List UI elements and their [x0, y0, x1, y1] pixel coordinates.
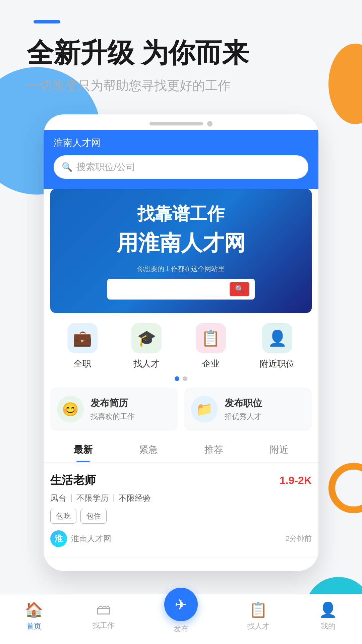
nav-label-home: 首页	[26, 621, 41, 631]
nav-label-publish: 发布	[174, 624, 188, 634]
job-company: 淮 淮南人才网	[50, 530, 111, 547]
nav-item-publish[interactable]: ✈ 发布	[164, 601, 198, 634]
action-card-job-info: 发布职位 招优秀人才	[225, 397, 262, 422]
app-header-title: 淮南人才网	[54, 137, 308, 149]
category-icon-talent: 🎓	[131, 323, 162, 353]
action-card-job-icon: 📁	[191, 396, 218, 423]
company-logo: 淮	[50, 530, 67, 547]
category-icon-fulltime: 💼	[67, 323, 98, 353]
tabs-row: 最新 紧急 推荐 附近	[44, 437, 318, 463]
action-cards: 😊 发布简历 找喜欢的工作 📁 发布职位 招优秀人才	[44, 388, 318, 437]
category-label-enterprise: 企业	[202, 358, 220, 370]
category-icon-enterprise: 📋	[196, 323, 226, 353]
job-education: 不限学历	[76, 493, 109, 503]
category-item-talent[interactable]: 🎓 找人才	[131, 323, 162, 370]
category-label-talent: 找人才	[133, 358, 160, 370]
category-item-enterprise[interactable]: 📋 企业	[196, 323, 226, 370]
nav-item-home[interactable]: 🏠 首页	[25, 601, 43, 634]
job-footer: 淮 淮南人才网 2分钟前	[50, 530, 312, 547]
job-salary: 1.9-2K	[280, 474, 312, 487]
bg-decoration-orange-ring	[328, 463, 362, 513]
tab-recommend[interactable]: 推荐	[181, 437, 246, 462]
category-item-fulltime[interactable]: 💼 全职	[67, 323, 98, 370]
job-card-header: 生活老师 1.9-2K	[50, 473, 312, 488]
nav-item-profile[interactable]: 👤 我的	[319, 601, 337, 634]
banner-sub: 你想要的工作都在这个网站里	[60, 264, 302, 273]
category-row: 💼 全职 🎓 找人才 📋 企业 👤 附近职位	[44, 313, 318, 373]
action-card-job-sub: 招优秀人才	[225, 412, 262, 422]
action-card-resume[interactable]: 😊 发布简历 找喜欢的工作	[50, 388, 178, 431]
carousel-dots	[44, 376, 318, 381]
banner-line1: 找靠谱工作	[60, 202, 302, 226]
job-tags: 凤台 | 不限学历 | 不限经验	[50, 493, 312, 503]
publish-icon: ✈	[175, 596, 187, 613]
nav-item-talent[interactable]: 📋 找人才	[247, 601, 269, 634]
nav-label-jobs: 找工作	[93, 621, 115, 631]
job-badge-meal: 包吃	[50, 509, 76, 524]
tab-urgent[interactable]: 紧急	[116, 437, 181, 462]
action-card-resume-title: 发布简历	[90, 397, 135, 410]
hero-section: 全新升级 为你而来 一切改变只为帮助您寻找更好的工作	[0, 23, 362, 94]
category-item-nearby[interactable]: 👤 附近职位	[260, 323, 295, 370]
top-bar-line	[34, 20, 60, 23]
job-badge-housing: 包住	[80, 509, 107, 524]
job-card[interactable]: 生活老师 1.9-2K 凤台 | 不限学历 | 不限经验 包吃 包住 淮 淮南人…	[44, 463, 318, 557]
action-card-job[interactable]: 📁 发布职位 招优秀人才	[184, 388, 312, 431]
category-label-nearby: 附近职位	[260, 358, 295, 370]
banner-search-bar[interactable]: 🔍	[107, 279, 255, 300]
hero-title: 全新升级 为你而来	[27, 37, 335, 69]
job-experience: 不限经验	[119, 493, 151, 503]
banner: 找靠谱工作 用淮南人才网 你想要的工作都在这个网站里 🔍	[50, 189, 312, 313]
bottom-nav: 🏠 首页 🗃 找工作 ✈ 发布 📋 找人才 👤 我的	[0, 594, 362, 644]
job-time: 2分钟前	[286, 534, 312, 544]
phone-camera	[207, 121, 213, 126]
banner-line2: 用淮南人才网	[60, 228, 302, 258]
category-label-fulltime: 全职	[74, 358, 91, 370]
search-bar[interactable]: 🔍 搜索职位/公司	[54, 155, 308, 179]
nav-label-profile: 我的	[321, 621, 336, 631]
hero-subtitle: 一切改变只为帮助您寻找更好的工作	[27, 77, 335, 94]
action-card-resume-info: 发布简历 找喜欢的工作	[90, 397, 135, 422]
jobs-icon: 🗃	[96, 601, 111, 618]
nav-item-jobs[interactable]: 🗃 找工作	[93, 601, 115, 634]
phone-notch	[149, 122, 203, 125]
search-icon: 🔍	[62, 162, 72, 172]
app-header: 淮南人才网 🔍 搜索职位/公司	[44, 130, 318, 189]
phone-mockup: 淮南人才网 🔍 搜索职位/公司 找靠谱工作 用淮南人才网 你想要的工作都在这个网…	[44, 114, 318, 571]
tab-nearby[interactable]: 附近	[246, 437, 312, 462]
home-icon: 🏠	[25, 601, 43, 619]
dot-2	[183, 376, 187, 381]
banner-search-button[interactable]: 🔍	[230, 282, 249, 296]
dot-1	[175, 376, 179, 381]
phone-notch-bar	[44, 114, 318, 130]
profile-icon: 👤	[319, 601, 337, 619]
job-title: 生活老师	[50, 473, 96, 488]
action-card-resume-icon: 😊	[57, 396, 84, 423]
nav-label-talent: 找人才	[247, 621, 269, 631]
tab-latest[interactable]: 最新	[50, 437, 116, 462]
top-bar	[0, 0, 362, 23]
action-card-resume-sub: 找喜欢的工作	[90, 412, 135, 422]
company-name: 淮南人才网	[71, 533, 111, 544]
category-icon-nearby: 👤	[262, 323, 292, 353]
job-badges: 包吃 包住	[50, 509, 312, 524]
search-placeholder-text: 搜索职位/公司	[76, 161, 135, 173]
talent-icon: 📋	[249, 601, 267, 619]
action-card-job-title: 发布职位	[225, 397, 262, 410]
publish-button[interactable]: ✈	[164, 588, 198, 621]
job-location: 凤台	[50, 493, 66, 503]
